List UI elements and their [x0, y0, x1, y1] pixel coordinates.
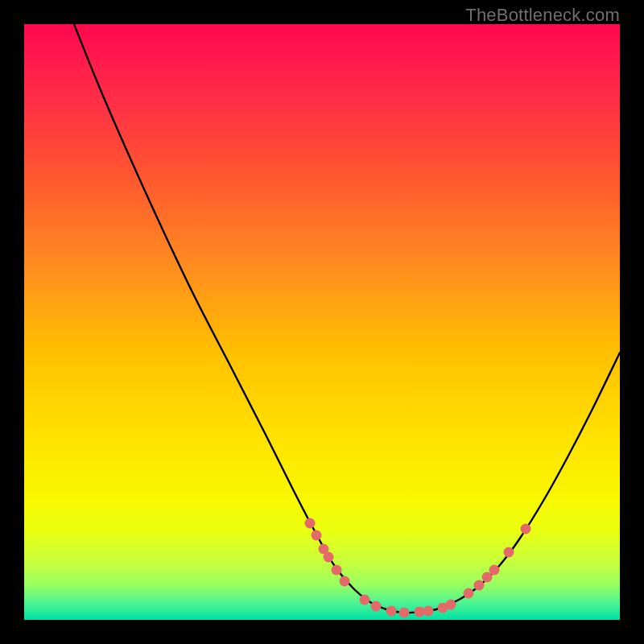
curve-marker [305, 518, 316, 529]
curve-marker [474, 580, 485, 591]
curve-marker [360, 595, 370, 605]
curve-marker [489, 565, 500, 576]
curve-marker [386, 606, 397, 617]
curve-marker [446, 600, 456, 610]
chart-overlay [24, 24, 620, 620]
curve-marker [340, 576, 350, 587]
curve-marker [332, 565, 342, 576]
curve-marker [415, 607, 425, 617]
watermark-text: TheBottleneck.com [465, 5, 620, 26]
chart-frame [24, 24, 620, 620]
curve-marker [464, 588, 474, 599]
curve-marker [423, 606, 434, 617]
curve-marker [371, 601, 382, 612]
curve-marker [312, 530, 322, 541]
bottleneck-curve [74, 24, 620, 613]
curve-markers [305, 518, 531, 618]
curve-marker [504, 547, 514, 558]
curve-marker [324, 552, 334, 563]
curve-marker [399, 608, 410, 618]
curve-marker [521, 524, 531, 535]
